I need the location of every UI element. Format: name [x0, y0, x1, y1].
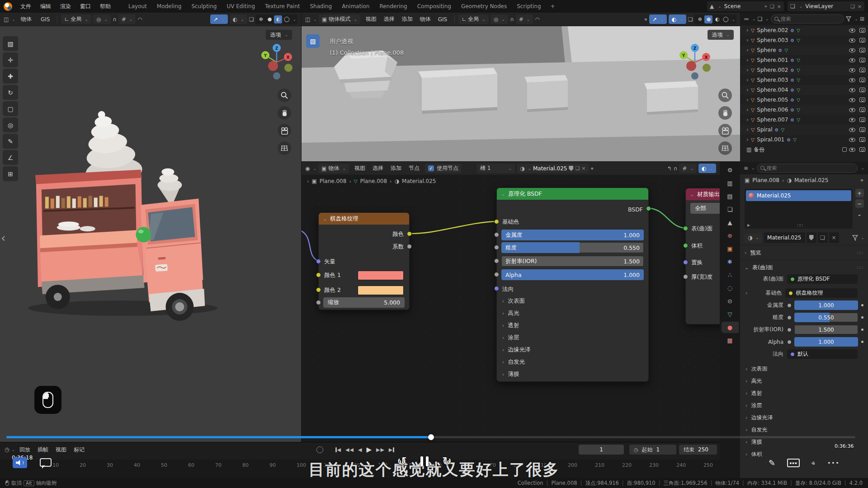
workspace-tab[interactable]: Layout: [123, 1, 152, 11]
outliner-row[interactable]: › ▽ Sphere.006 ⚙ ▽: [740, 105, 868, 115]
breadcrumb-object[interactable]: Plane.008: [752, 177, 779, 183]
tool-button[interactable]: ▢: [3, 101, 18, 116]
alpha-slider[interactable]: 1.000: [794, 337, 858, 347]
add-slot-button[interactable]: +: [855, 189, 864, 197]
disable-render-camera-icon[interactable]: [859, 98, 865, 102]
hide-eye-icon[interactable]: [849, 78, 855, 82]
menu-item[interactable]: 添加: [387, 164, 405, 173]
snap-dropdown[interactable]: #⌄: [679, 164, 697, 173]
breadcrumb-material[interactable]: Material.025: [794, 177, 828, 183]
socket-roughness-in[interactable]: [494, 245, 499, 250]
collapsed-section[interactable]: ›涂层: [740, 399, 868, 412]
expand-chevron-icon[interactable]: ›: [746, 77, 749, 83]
new-scene-icon[interactable]: ❏: [770, 4, 774, 9]
pivot-dropdown[interactable]: ◎⌄: [93, 14, 111, 24]
hide-eye-icon[interactable]: [849, 38, 855, 42]
workspace-tab[interactable]: Texture Paint: [260, 1, 305, 11]
properties-tab[interactable]: ▽: [722, 309, 739, 320]
socket-color1-in[interactable]: [316, 272, 321, 277]
slider-roughness[interactable]: 糙度0.550: [501, 242, 644, 253]
disable-render-camera-icon[interactable]: [859, 68, 865, 72]
collapsed-section[interactable]: ›次表面: [740, 363, 868, 375]
expand-chevron-icon[interactable]: ›: [746, 87, 749, 93]
disable-render-camera-icon[interactable]: [859, 38, 865, 42]
parent-node-tree-icon[interactable]: ↰: [667, 166, 672, 171]
menu-item[interactable]: 节点: [405, 164, 423, 173]
zoom-icon[interactable]: [278, 89, 291, 102]
outliner-search[interactable]: [771, 14, 844, 23]
socket-metallic-in[interactable]: [494, 232, 499, 237]
shading-rendered-icon[interactable]: ◯: [283, 15, 291, 23]
collapsed-section[interactable]: ›高光: [740, 375, 868, 387]
fake-user-shield-icon[interactable]: [569, 166, 573, 171]
next-keyframe-button[interactable]: ▶▶: [376, 447, 384, 453]
proportional-falloff-icon[interactable]: ◠: [535, 17, 539, 22]
workspace-tab[interactable]: Sculpting: [186, 1, 222, 11]
shading-material-icon[interactable]: ◐: [274, 15, 282, 23]
snap-dropdown[interactable]: #⌄: [118, 14, 136, 24]
slot-specials-dropdown[interactable]: ⌄: [855, 210, 864, 218]
frame-end-field[interactable]: 结束250: [679, 445, 717, 455]
menu-item[interactable]: 窗口: [75, 1, 95, 12]
menu-item[interactable]: 文件: [16, 1, 36, 12]
material-slot-list[interactable]: Material.025 ▶ ∷∷: [745, 189, 853, 229]
workspace-tab[interactable]: Modeling: [152, 1, 187, 11]
material-slot-selected[interactable]: Material.025: [746, 190, 851, 201]
mode-dropdown[interactable]: ▣物体模式⌄: [319, 14, 360, 24]
collapsed-section[interactable]: ›自发光: [497, 356, 648, 368]
expand-chevron-icon[interactable]: ›: [746, 136, 749, 143]
new-collection-icon[interactable]: ⊞: [860, 16, 864, 22]
target-dropdown[interactable]: 全部: [690, 203, 720, 214]
expand-chevron-icon[interactable]: ›: [746, 97, 749, 103]
outliner-row[interactable]: › ▽ Sphere ⚙ ▽: [740, 45, 868, 55]
prev-keyframe-button[interactable]: ◀◀: [345, 447, 354, 453]
disable-render-camera-icon[interactable]: [859, 137, 865, 142]
menu-gis[interactable]: GIS: [37, 15, 53, 23]
collapsed-section[interactable]: ›边缘光泽: [740, 412, 868, 424]
properties-tab[interactable]: ∴: [722, 269, 739, 281]
zoom-icon[interactable]: [718, 89, 732, 102]
collapsed-section[interactable]: ›涂层: [497, 332, 648, 344]
active-gizmo-icon[interactable]: ↗⌄: [210, 14, 228, 24]
disable-render-camera-icon[interactable]: [859, 88, 865, 92]
hide-eye-icon[interactable]: [849, 58, 855, 62]
options-dropdown[interactable]: 选项⌄: [266, 30, 292, 40]
expand-chevron-icon[interactable]: ›: [746, 107, 749, 113]
expand-chevron-icon[interactable]: ›: [746, 37, 749, 43]
shading-wireframe-icon[interactable]: ⊕: [696, 15, 704, 23]
socket-color-out[interactable]: [407, 231, 412, 236]
socket-normal-in[interactable]: [494, 286, 499, 291]
hide-eye-icon[interactable]: [849, 118, 855, 122]
overlays-dropdown[interactable]: ◐⌄: [669, 14, 686, 24]
outliner-row[interactable]: › ▽ Sphere.001 ⚙ ▽: [740, 55, 868, 65]
fake-user-shield-icon[interactable]: [807, 232, 816, 243]
jump-to-end-button[interactable]: ▶: [389, 447, 394, 453]
shading-solid-icon[interactable]: ●: [265, 15, 274, 23]
properties-tab[interactable]: ❏: [722, 204, 739, 215]
outliner-row[interactable]: › ▽ Sphere.003 ⚙ ▽: [740, 35, 868, 45]
breadcrumb-object[interactable]: Plane.008: [320, 178, 347, 184]
properties-tab[interactable]: ◌: [722, 282, 739, 294]
shading-material-icon[interactable]: ◐: [713, 15, 721, 23]
menu-item[interactable]: 标记: [70, 445, 88, 455]
copy-icon[interactable]: ❏: [575, 165, 580, 171]
properties-search[interactable]: [757, 164, 858, 173]
current-frame-field[interactable]: 1: [579, 445, 624, 455]
video-progress-bar[interactable]: [6, 436, 855, 438]
socket-color2-in[interactable]: [316, 287, 321, 292]
outliner-collection-row[interactable]: ▥ 备份: [740, 145, 868, 155]
browse-material-dropdown[interactable]: ◑⌄: [745, 233, 762, 243]
tool-button[interactable]: ↻: [3, 85, 18, 100]
snap-dropdown[interactable]: #⌄: [516, 14, 533, 24]
material-name-field[interactable]: Material.025: [764, 232, 805, 243]
camera-view-icon[interactable]: [718, 124, 732, 137]
active-tool-icon[interactable]: ▧: [306, 34, 320, 48]
proportional-falloff-icon[interactable]: ◠: [137, 17, 142, 22]
menu-item[interactable]: 物体: [416, 14, 434, 24]
copy-icon[interactable]: ❏: [818, 232, 828, 243]
node-principled-bsdf[interactable]: ⌄原理化 BSDF BSDF 基础色 金属度1.000 糙度0.550 折射率(…: [496, 188, 649, 382]
keyframe-dot-icon[interactable]: [861, 341, 863, 343]
navigation-gizmo[interactable]: Z Y X: [260, 42, 293, 80]
hide-eye-icon[interactable]: [849, 148, 855, 152]
orientation-dropdown[interactable]: ∟全局⌄: [458, 14, 489, 24]
